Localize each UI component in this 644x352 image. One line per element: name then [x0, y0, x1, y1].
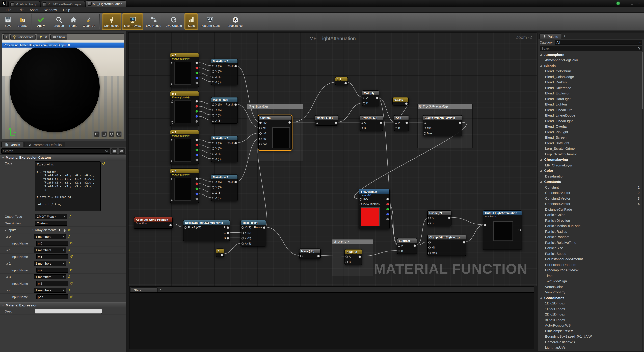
palette-item-twosidedsign[interactable]: TwoSidedSign [538, 279, 644, 284]
output-pin[interactable] [196, 144, 198, 146]
tab-details[interactable]: Details [1, 142, 24, 147]
node-m1[interactable]: m1Param (0,0,0,0) [170, 91, 199, 126]
input-pin[interactable] [171, 178, 174, 180]
live-nodes-button[interactable]: Live Nodes [144, 13, 163, 30]
input-name-field[interactable] [36, 281, 68, 286]
palette-item-particlemotionblurfade[interactable]: ParticleMotionBlurFade [538, 223, 644, 229]
palette-item-vertexcolor[interactable]: VertexColor [538, 284, 644, 290]
node-divide-2[interactable]: Divide(,2)AB [427, 210, 452, 226]
input-pin[interactable] [363, 97, 365, 99]
palette-category-coordinates[interactable]: ◢Coordinates [538, 295, 644, 301]
palette-item-precomputedaomask[interactable]: PrecomputedAOMask [538, 267, 644, 273]
menu-asset[interactable]: Asset [26, 7, 42, 11]
input-pin[interactable] [171, 160, 174, 162]
input-pin[interactable] [424, 132, 426, 135]
expander-icon[interactable]: ◢ [540, 297, 542, 299]
palette-item-3dto1dindex[interactable]: 3Dto1DIndex [538, 317, 644, 323]
output-pin[interactable] [196, 72, 198, 74]
palette-item-blursampleoffsets[interactable]: BlurSampleOffsets [538, 328, 644, 334]
expander-icon[interactable]: ◢ [540, 54, 542, 56]
substance-button[interactable]: SSubstance [226, 13, 245, 30]
node-output-lightattenuation[interactable]: Output LightAttenuationPreviewing [483, 210, 522, 250]
input-pin[interactable] [428, 222, 431, 224]
node-custom[interactable]: Customm0m1m2m3pos [258, 115, 292, 150]
input-name-field[interactable] [36, 294, 68, 299]
expander-icon[interactable]: ◢ [6, 276, 8, 278]
material-graph-canvas[interactable]: MATERIAL FUNCTION ライト座標系影テクスチャ座標系オフセット m… [128, 32, 537, 286]
palette-item-blend-lineardodge[interactable]: Blend_LinearDodge [538, 113, 644, 118]
node-one-minus-one[interactable]: 1-1 [335, 77, 348, 85]
expander-icon[interactable]: ◢ [540, 181, 542, 183]
node-shadowmap[interactable]: ShadowmapParam2DUVsView MipBias [358, 189, 390, 229]
members-dropdown[interactable]: 1 members▾ [34, 288, 66, 293]
reset-icon[interactable]: ↺ [70, 281, 73, 286]
node-mask-r[interactable]: Mask ( R ) [299, 248, 321, 259]
reset-icon[interactable]: ↺ [102, 162, 105, 166]
node-subtract[interactable]: SubtractAB [397, 238, 417, 254]
close-button[interactable]: × [636, 1, 641, 5]
input-pin[interactable] [428, 216, 431, 219]
input-pin[interactable] [171, 100, 174, 103]
launcher-status-icon[interactable] [616, 1, 620, 5]
input-pin[interactable] [395, 121, 397, 124]
node-add-neg5[interactable]: Add(,-5)AB [344, 249, 362, 265]
palette-category-atmosphere[interactable]: ◢Atmosphere [538, 52, 644, 57]
input-pin[interactable] [316, 121, 318, 124]
node-makefloat4-3[interactable]: MakeFloat4X (S)ResultY (S)Z (S)A (S) [211, 136, 238, 162]
output-pin[interactable] [386, 218, 389, 220]
perspective-button[interactable]: Perspective [10, 34, 36, 39]
palette-item-camerapositionws[interactable]: CameraPositionWS [538, 339, 644, 345]
palette-item-mf-chromakeyer[interactable]: MF_Chromakeyer [538, 163, 644, 168]
palette-category-chromakeying[interactable]: ◢Chromakeying [538, 157, 644, 163]
input-pin[interactable] [346, 261, 348, 263]
palette-item-distancecullfade[interactable]: DistanceCullFade [538, 207, 644, 212]
output-pin[interactable] [234, 103, 237, 106]
details-search-input[interactable] [3, 149, 104, 153]
palette-item-1dto2dindex[interactable]: 1Dto2DIndex [538, 301, 644, 306]
output-pin[interactable] [317, 255, 320, 257]
output-pin[interactable] [196, 139, 198, 141]
node-m0[interactable]: m0Param (0,0,0,0) [170, 53, 199, 87]
palette-item-particleradius[interactable]: ParticleRadius [538, 229, 644, 234]
input-pin[interactable] [360, 198, 362, 200]
input-pin[interactable] [171, 121, 174, 124]
palette-item-atmosphericfogcolor[interactable]: AtmosphericFogColor [538, 57, 644, 63]
input-pin[interactable] [212, 70, 214, 72]
palette-item-perinstancefadeamount[interactable]: PerInstanceFadeAmount [538, 256, 644, 262]
palette-item-particlerandom[interactable]: ParticleRandom [538, 234, 644, 240]
node-m2[interactable]: m2Param (0,0,0,0) [170, 130, 199, 165]
members-dropdown[interactable]: 1 members▾ [34, 247, 66, 253]
tab-m-alicia-body[interactable]: M_Alicia_body [8, 1, 40, 7]
output-pin[interactable] [196, 100, 198, 103]
output-pin[interactable] [196, 110, 198, 113]
expander-icon[interactable]: ◢ [6, 235, 8, 238]
input-pin[interactable] [212, 181, 214, 183]
input-pin[interactable] [398, 250, 400, 252]
reset-icon[interactable]: ↺ [67, 275, 70, 279]
palette-item-particlespeed[interactable]: ParticleSpeed [538, 251, 644, 256]
output-pin[interactable] [263, 226, 265, 229]
output-pin[interactable] [414, 244, 416, 247]
view-options-button[interactable] [119, 148, 125, 154]
palette-item-boundingboxbased-0-1-uvw[interactable]: BoundingBoxBased_0-1_UVW [538, 334, 644, 339]
output-pin[interactable] [463, 241, 465, 243]
node-one[interactable]: 1 [216, 248, 224, 257]
expander-icon[interactable]: ◢ [540, 170, 542, 172]
output-pin[interactable] [288, 121, 291, 124]
input-pin[interactable] [212, 147, 214, 150]
viewport-grid-button[interactable] [101, 131, 107, 137]
palette-item-perinstancerandom[interactable]: PerInstanceRandom [538, 262, 644, 267]
palette-item-constant[interactable]: Constant1 [538, 184, 644, 190]
input-pin[interactable] [300, 255, 302, 257]
palette-item-lerp-scratchgrime[interactable]: Lerp_ScratchGrime [538, 146, 644, 151]
output-pin[interactable] [406, 121, 408, 124]
input-pin[interactable] [212, 109, 214, 111]
input-pin[interactable] [259, 143, 262, 145]
output-pin[interactable] [196, 62, 198, 64]
palette-item-blend-screen[interactable]: Blend_Screen [538, 135, 644, 140]
code-editor[interactable]: float4x4 m; m = float4x4( float4(m0.x, m… [35, 162, 100, 211]
input-name-field[interactable] [36, 241, 68, 246]
node-mask-gb[interactable]: Mask ( G B ) [314, 115, 338, 126]
input-pin[interactable] [212, 114, 214, 116]
node-makefloat4-5[interactable]: MakeFloat4X (S)ResultY (S)Z (S)A (S) [240, 220, 266, 246]
